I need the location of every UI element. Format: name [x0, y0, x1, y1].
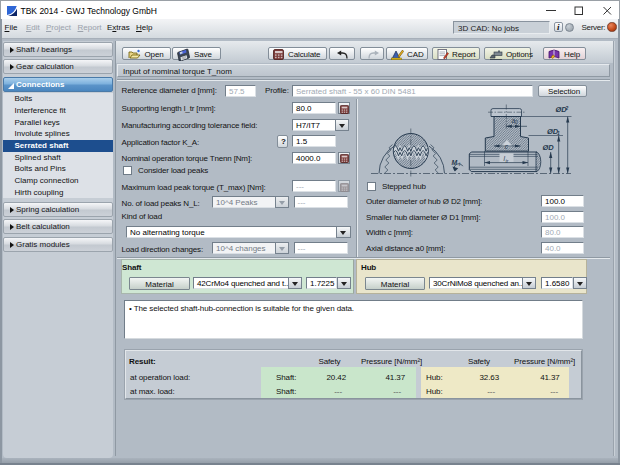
svg-text:1: 1 [557, 130, 560, 136]
svg-text:2: 2 [565, 105, 569, 111]
svg-text:tr: tr [506, 159, 509, 164]
svg-text:ØD: ØD [543, 143, 555, 152]
svg-text:0: 0 [515, 120, 518, 125]
